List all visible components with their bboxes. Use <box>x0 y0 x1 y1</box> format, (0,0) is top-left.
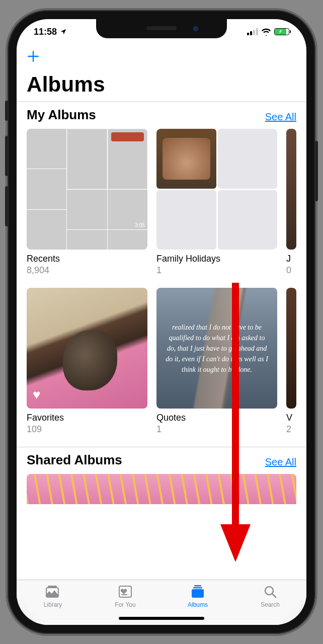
heart-card-icon <box>117 584 133 599</box>
nav-bar <box>17 44 306 69</box>
plus-icon <box>27 50 40 63</box>
album-count: 8,904 <box>27 265 147 276</box>
home-indicator[interactable] <box>119 617 204 620</box>
album-family-holidays[interactable]: Family Holidays 1 <box>156 129 277 276</box>
tab-library[interactable]: Library <box>17 584 89 625</box>
volume-up <box>5 136 8 176</box>
notch <box>96 19 227 38</box>
album-count: 109 <box>27 424 147 435</box>
photo-stack-icon <box>45 584 61 599</box>
svg-rect-3 <box>48 586 57 587</box>
content-scroll[interactable]: My Albums See All Recents 8,904 <box>17 102 306 580</box>
album-favorites[interactable]: ♥ Favorites 109 <box>27 288 147 435</box>
tab-label: Library <box>44 601 62 608</box>
album-thumbnail <box>27 129 147 250</box>
page-title: Albums <box>17 69 306 102</box>
section-title: My Albums <box>27 107 96 123</box>
album-row-2[interactable]: ♥ Favorites 109 realized that I do not h… <box>17 288 306 447</box>
tab-search[interactable]: Search <box>234 584 306 625</box>
search-icon <box>262 584 278 599</box>
volume-down <box>5 186 8 226</box>
tab-label: For You <box>115 601 135 608</box>
tab-label: Search <box>261 601 280 608</box>
album-peek-1[interactable]: J 0 <box>286 129 296 276</box>
svg-rect-6 <box>194 585 201 587</box>
album-name: J <box>286 254 296 264</box>
albums-stack-icon <box>190 584 206 599</box>
album-count: 2 <box>286 424 296 435</box>
svg-rect-7 <box>193 587 202 589</box>
see-all-my-albums[interactable]: See All <box>265 111 296 123</box>
album-thumbnail: realized that I do not have to be qualif… <box>156 288 277 409</box>
wifi-icon <box>261 28 271 36</box>
album-name: Quotes <box>156 413 277 423</box>
album-thumbnail <box>286 129 296 250</box>
device-frame: 11:58 ⚡︎ Albums My Albums Se <box>8 10 315 634</box>
album-peek-2[interactable]: V 2 <box>286 288 296 435</box>
status-time: 11:58 <box>34 27 57 37</box>
cellular-signal-icon <box>247 28 258 35</box>
svg-marker-1 <box>220 524 251 562</box>
album-name: Family Holidays <box>156 254 277 264</box>
album-name: Favorites <box>27 413 147 423</box>
section-title: Shared Albums <box>27 452 122 468</box>
album-thumbnail: ♥ <box>27 288 147 409</box>
album-thumbnail <box>286 288 296 409</box>
svg-rect-8 <box>192 589 204 598</box>
section-header-my-albums: My Albums See All <box>17 102 306 129</box>
album-row-1[interactable]: Recents 8,904 Family Holidays 1 J 0 <box>17 129 306 288</box>
tab-label: Albums <box>188 601 208 608</box>
section-header-shared-albums: Shared Albums See All <box>17 447 306 474</box>
add-album-button[interactable] <box>27 48 40 65</box>
see-all-shared-albums[interactable]: See All <box>265 456 296 468</box>
album-quotes[interactable]: realized that I do not have to be qualif… <box>156 288 277 435</box>
album-name: Recents <box>27 254 147 264</box>
power-button <box>315 141 318 201</box>
battery-icon: ⚡︎ <box>274 28 289 35</box>
mute-switch <box>5 101 8 121</box>
screen: 11:58 ⚡︎ Albums My Albums Se <box>17 19 306 625</box>
album-count: 1 <box>156 424 277 435</box>
heart-icon: ♥ <box>33 387 40 403</box>
album-name: V <box>286 413 296 423</box>
quote-text: realized that I do not have to be qualif… <box>166 322 268 375</box>
album-recents[interactable]: Recents 8,904 <box>27 129 147 276</box>
shared-album-thumbnail[interactable] <box>27 474 296 504</box>
album-count: 0 <box>286 265 296 276</box>
svg-rect-5 <box>121 594 127 595</box>
album-thumbnail <box>156 129 277 250</box>
album-count: 1 <box>156 265 277 276</box>
svg-line-10 <box>272 594 276 597</box>
location-icon <box>60 28 67 35</box>
